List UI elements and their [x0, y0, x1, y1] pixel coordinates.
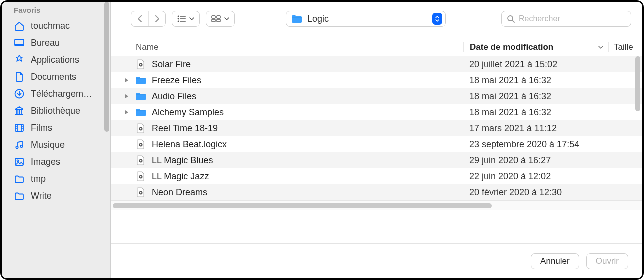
column-date[interactable]: Date de modification	[463, 42, 608, 52]
file-row[interactable]: Alchemy Samples18 mai 2021 à 16:32	[111, 104, 642, 120]
file-date: 18 mai 2021 à 16:32	[463, 91, 608, 102]
file-row[interactable]: Audio Files18 mai 2021 à 16:32	[111, 88, 642, 104]
cancel-button[interactable]: Annuler	[531, 253, 579, 269]
svg-line-25	[512, 20, 514, 22]
sidebar-item-films[interactable]: Films	[2, 119, 110, 136]
file-name: Reel Time 18-19	[152, 123, 463, 134]
svg-point-16	[178, 18, 179, 20]
vertical-scrollbar[interactable]	[635, 56, 640, 111]
file-list: Name Date de modification Taille Solar F…	[111, 38, 642, 243]
logic-file-icon	[135, 187, 147, 198]
sidebar-item-bureau[interactable]: Bureau	[2, 34, 110, 51]
svg-point-35	[140, 176, 142, 178]
svg-point-33	[140, 160, 142, 162]
sidebar-heading: Favoris	[2, 6, 110, 17]
sidebar-scrollbar[interactable]	[104, 2, 109, 137]
forward-button[interactable]	[148, 11, 165, 26]
svg-point-27	[140, 64, 142, 66]
download-icon	[14, 88, 25, 99]
sidebar-item-images[interactable]: Images	[2, 153, 110, 170]
column-size[interactable]: Taille	[608, 42, 642, 52]
path-popup[interactable]: Logic	[286, 11, 446, 27]
svg-point-10	[16, 146, 18, 148]
toolbar: Logic	[111, 2, 642, 33]
sidebar-item-label: Téléchargem…	[31, 89, 92, 99]
svg-point-37	[140, 192, 142, 194]
folder-icon	[14, 190, 25, 201]
sidebar-item-label: Musique	[31, 140, 65, 150]
view-list-button[interactable]	[172, 11, 200, 27]
sidebar-item-tmp[interactable]: tmp	[2, 170, 110, 187]
sidebar-item-label: Films	[31, 123, 52, 133]
library-icon	[14, 105, 25, 116]
sidebar-item-write[interactable]: Write	[2, 187, 110, 204]
disclosure-triangle-icon[interactable]	[125, 110, 134, 115]
group-icon	[211, 15, 221, 22]
svg-rect-22	[217, 16, 220, 18]
sidebar-item-label: Write	[31, 191, 52, 201]
sidebar-item-documents[interactable]: Documents	[2, 68, 110, 85]
file-date: 18 mai 2021 à 16:32	[463, 107, 608, 118]
svg-point-11	[20, 145, 22, 147]
svg-point-31	[140, 144, 142, 146]
file-date: 18 mai 2021 à 16:32	[463, 75, 608, 86]
file-row[interactable]: LL Magic Blues29 juin 2020 à 16:27	[111, 152, 642, 168]
chevron-down-icon	[224, 17, 229, 20]
svg-rect-3	[15, 124, 23, 131]
file-row[interactable]: Helena Beat.logicx23 septembre 2020 à 17…	[111, 136, 642, 152]
file-date: 23 septembre 2020 à 17:54	[463, 139, 608, 150]
file-row[interactable]: Solar Fire20 juillet 2021 à 15:02	[111, 56, 642, 72]
sidebar-item-applications[interactable]: Applications	[2, 51, 110, 68]
nav-history	[131, 11, 166, 27]
sidebar-item-label: Images	[31, 157, 60, 167]
sidebar-item-touchmac[interactable]: touchmac	[2, 17, 110, 34]
sort-descending-icon	[598, 46, 603, 49]
file-date: 20 février 2020 à 12:30	[463, 187, 608, 198]
sidebar: Favoris touchmacBureauApplicationsDocume…	[2, 2, 111, 278]
logic-file-icon	[135, 59, 147, 70]
sidebar-item-label: tmp	[31, 174, 46, 184]
logic-file-icon	[135, 139, 147, 150]
file-row[interactable]: LL Magic Jazz22 juin 2020 à 12:02	[111, 168, 642, 184]
file-row[interactable]: Freeze Files18 mai 2021 à 16:32	[111, 72, 642, 88]
svg-rect-21	[212, 19, 215, 22]
folder-icon	[291, 14, 302, 23]
disclosure-triangle-icon[interactable]	[125, 94, 134, 99]
dialog-footer: Annuler Ouvrir	[111, 243, 642, 278]
sidebar-item-label: Bureau	[31, 38, 60, 48]
search-field[interactable]	[501, 11, 631, 27]
file-name: LL Magic Jazz	[152, 171, 463, 182]
file-name: Solar Fire	[152, 59, 463, 70]
svg-rect-20	[212, 16, 215, 18]
apps-icon	[14, 54, 25, 65]
chevron-down-icon	[189, 17, 194, 20]
column-name[interactable]: Name	[132, 42, 463, 52]
file-name: Freeze Files	[152, 75, 463, 86]
sidebar-item-t-l-chargem-[interactable]: Téléchargem…	[2, 85, 110, 102]
folder-icon	[135, 107, 147, 118]
horizontal-scrollbar[interactable]	[111, 200, 642, 210]
folder-icon	[135, 75, 147, 86]
group-button[interactable]	[206, 11, 235, 27]
sidebar-item-label: Documents	[31, 72, 76, 82]
logic-file-icon	[135, 155, 147, 166]
svg-point-18	[178, 21, 179, 22]
sidebar-item-label: Bibliothèque	[31, 106, 80, 116]
file-row[interactable]: Neon Dreams20 février 2020 à 12:30	[111, 184, 642, 200]
sidebar-item-musique[interactable]: Musique	[2, 136, 110, 153]
popup-arrows-icon	[432, 13, 442, 25]
file-name: Helena Beat.logicx	[152, 139, 463, 150]
svg-rect-19	[180, 21, 186, 22]
open-button[interactable]: Ouvrir	[586, 253, 628, 269]
disclosure-triangle-icon[interactable]	[125, 78, 134, 83]
file-row[interactable]: Reel Time 18-1917 mars 2021 à 11:12	[111, 120, 642, 136]
main-panel: Logic Name Date de modification	[111, 2, 642, 278]
file-name: Alchemy Samples	[152, 107, 463, 118]
file-date: 17 mars 2021 à 11:12	[463, 123, 608, 134]
svg-point-29	[140, 128, 142, 130]
folder-icon	[135, 91, 147, 102]
logic-file-icon	[135, 123, 147, 134]
sidebar-item-biblioth-que[interactable]: Bibliothèque	[2, 102, 110, 119]
search-input[interactable]	[519, 14, 626, 23]
back-button[interactable]	[131, 11, 148, 26]
